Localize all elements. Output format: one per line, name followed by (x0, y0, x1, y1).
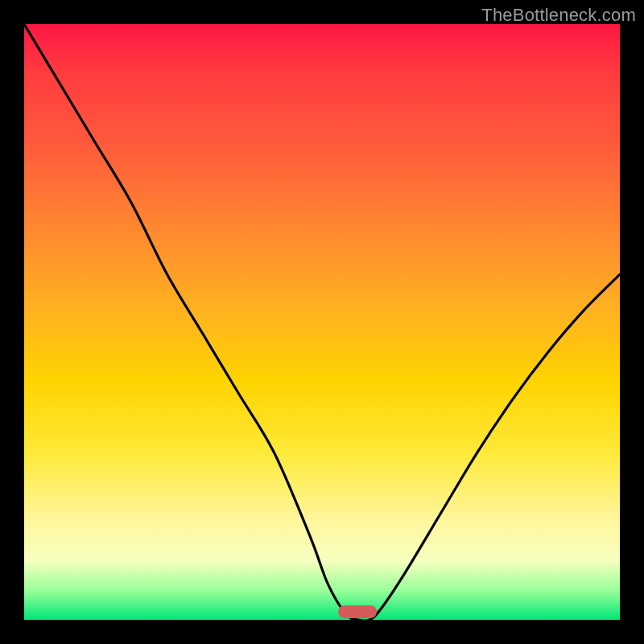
bottleneck-curve (24, 24, 620, 620)
plot-area (24, 24, 620, 620)
optimal-marker (338, 605, 377, 618)
chart-frame: TheBottleneck.com (0, 0, 644, 644)
watermark-text: TheBottleneck.com (481, 5, 636, 26)
